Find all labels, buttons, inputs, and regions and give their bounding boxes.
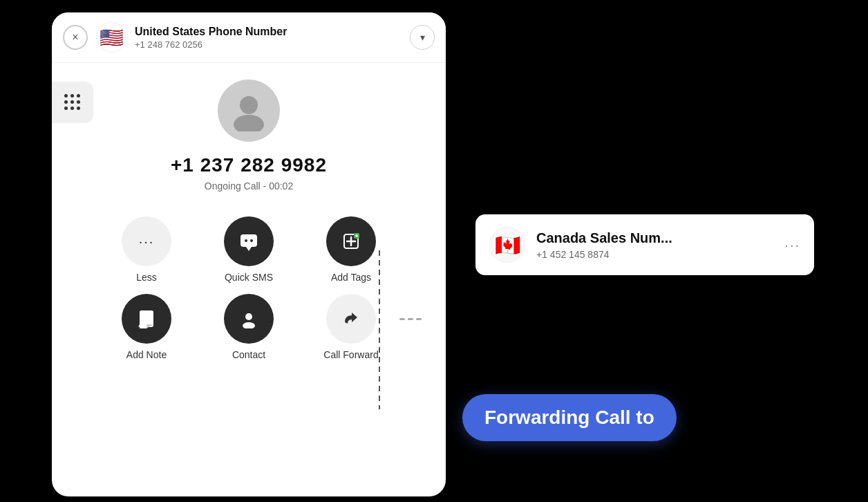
phone-number-subtitle: +1 248 762 0256 — [135, 39, 402, 50]
phone-widget: × 🇺🇸 United States Phone Number +1 248 7… — [52, 12, 446, 496]
forwarding-text: Forwarding Call to — [484, 407, 654, 428]
contact-icon — [224, 294, 274, 344]
caller-avatar — [218, 80, 280, 142]
add-tags-label: Add Tags — [331, 272, 371, 283]
add-note-action[interactable]: Add Note — [104, 294, 189, 360]
svg-marker-5 — [246, 247, 252, 251]
caller-number: +1 237 282 9982 — [171, 154, 327, 176]
us-flag: 🇺🇸 — [96, 22, 126, 53]
grid-icon — [64, 94, 81, 111]
quick-sms-label: Quick SMS — [225, 272, 273, 283]
header-info: United States Phone Number +1 248 762 02… — [135, 26, 402, 50]
connecting-line — [379, 250, 380, 409]
svg-point-14 — [245, 313, 252, 320]
add-note-icon — [122, 294, 171, 344]
call-status: Ongoing Call - 00:02 — [205, 180, 293, 192]
add-tags-action[interactable]: Add Tags — [308, 216, 394, 283]
less-icon: ··· — [122, 216, 171, 266]
actions-grid: ··· Less Quick SMS — [104, 216, 394, 360]
more-options-button[interactable]: ··· — [784, 237, 800, 253]
canada-info: Canada Sales Num... +1 452 145 8874 — [536, 230, 773, 260]
quick-sms-action[interactable]: Quick SMS — [206, 216, 292, 283]
phone-header: × 🇺🇸 United States Phone Number +1 248 7… — [52, 12, 446, 63]
quick-sms-icon — [224, 216, 274, 266]
canada-name: Canada Sales Num... — [536, 230, 773, 246]
add-tags-icon — [326, 216, 376, 266]
less-label: Less — [136, 272, 157, 283]
call-forward-label: Call Forward — [323, 349, 378, 360]
svg-rect-2 — [240, 234, 257, 247]
svg-point-0 — [240, 96, 258, 114]
forwarding-tooltip: Forwarding Call to — [462, 394, 677, 441]
svg-point-3 — [245, 239, 247, 242]
call-forward-icon — [326, 294, 376, 344]
call-forward-action[interactable]: Call Forward — [308, 294, 394, 360]
canada-number: +1 452 145 8874 — [536, 249, 773, 260]
add-note-label: Add Note — [126, 349, 167, 360]
canada-card: 🇨🇦 Canada Sales Num... +1 452 145 8874 ·… — [475, 214, 814, 275]
chevron-down-button[interactable]: ▾ — [410, 25, 435, 50]
less-action[interactable]: ··· Less — [104, 216, 189, 283]
phone-content: +1 237 282 9982 Ongoing Call - 00:02 ···… — [52, 63, 446, 496]
svg-point-1 — [234, 115, 264, 131]
svg-point-15 — [243, 322, 255, 328]
phone-number-title: United States Phone Number — [135, 26, 402, 38]
grid-dots-button[interactable] — [52, 82, 93, 123]
contact-label: Contact — [232, 349, 265, 360]
contact-action[interactable]: Contact — [206, 294, 292, 360]
canada-flag: 🇨🇦 — [489, 227, 525, 263]
close-button[interactable]: × — [63, 25, 88, 50]
svg-point-4 — [250, 239, 253, 242]
